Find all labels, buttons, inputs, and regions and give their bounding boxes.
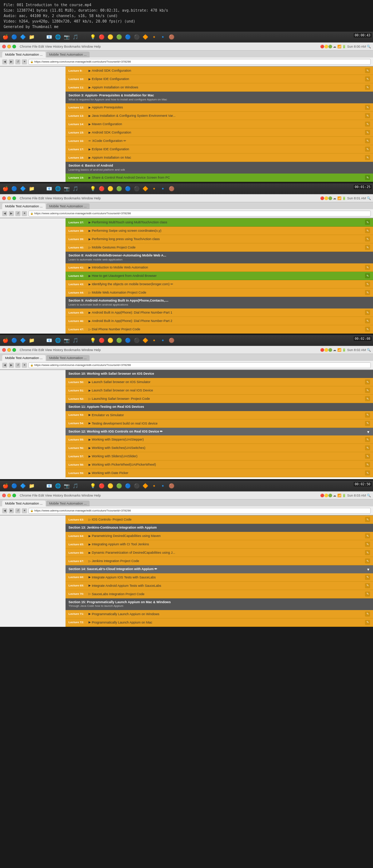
dock-app-icon[interactable]: 🌐 (54, 33, 62, 41)
dock-app-icon[interactable]: 📁 (28, 33, 36, 41)
dock-app-icon[interactable]: ⚙ (36, 482, 44, 490)
red-traffic-light[interactable] (2, 45, 6, 48)
lecture-row[interactable]: Lecture 69:▶ Integrate Android Appium Te… (66, 582, 373, 590)
dock-app-icon[interactable]: 🔷 (19, 337, 27, 345)
lecture-row[interactable]: Lecture 51:▶ Launch Safari browser on re… (66, 386, 373, 395)
dock-app-icon[interactable]: ⚙ (36, 33, 44, 41)
lecture-row[interactable]: Lecture 38:▶ Performing Swipe using scre… (66, 227, 373, 235)
dock-app-icon[interactable]: 🔶 (141, 185, 149, 193)
dock-app-icon[interactable]: 🍎 (1, 482, 9, 490)
dock-app-icon[interactable]: 📧 (45, 482, 53, 490)
lecture-row[interactable]: Lecture 71:▶ Programmatically Launch App… (66, 610, 373, 618)
dock-app-icon[interactable]: 📧 (45, 337, 53, 345)
lecture-edit-button[interactable]: ✎ (365, 105, 370, 110)
nav-button[interactable]: ↺ (15, 508, 20, 513)
dock-app-icon[interactable]: 🍎 (1, 337, 9, 345)
lecture-edit-button[interactable]: ✎ (365, 542, 370, 547)
dock-app-icon[interactable]: ⚫ (133, 185, 141, 193)
dock-app-icon[interactable]: 🔵 (124, 33, 132, 41)
dock-app-icon[interactable]: 🟡 (106, 337, 114, 345)
dock-app-icon[interactable]: 🟤 (168, 33, 176, 41)
lecture-edit-button[interactable]: ✎ (365, 413, 370, 418)
lecture-row[interactable]: Lecture 18:▶ Appium Installation on Mac✎ (66, 154, 373, 162)
dock-app-icon[interactable]: 🟡 (106, 185, 114, 193)
dock-app-icon[interactable]: 💡 (89, 337, 97, 345)
lecture-edit-button[interactable]: ✎ (365, 327, 370, 332)
dock-app-icon[interactable]: 💡 (89, 33, 97, 41)
lecture-row[interactable]: Lecture 58:▶ Working with PickerWheel(UA… (66, 461, 373, 469)
dock-app-icon[interactable]: 🔷 (19, 185, 27, 193)
collapse-indicator[interactable]: ▼ (366, 430, 370, 434)
red-traffic-light[interactable] (2, 348, 6, 352)
lecture-row[interactable]: Lecture 13:▶ Java Installation & Configu… (66, 112, 373, 120)
lecture-edit-button[interactable]: ✎ (365, 379, 370, 385)
lecture-edit-button[interactable]: ✎ (365, 592, 370, 597)
lecture-edit-button[interactable]: ✎ (365, 85, 370, 90)
lecture-edit-button[interactable]: ✎ (365, 462, 370, 467)
dock-app-icon[interactable]: ⚫ (133, 482, 141, 490)
lecture-edit-button[interactable]: ✎ (365, 130, 370, 135)
dock-app-icon[interactable]: 🖥 (80, 185, 88, 193)
nav-button[interactable]: ▶ (9, 211, 14, 216)
dock-app-icon[interactable]: 🔵 (124, 482, 132, 490)
lecture-edit-button[interactable]: ✎ (365, 318, 370, 323)
dock-app-icon[interactable]: ⚙ (36, 337, 44, 345)
nav-button[interactable]: ▶ (9, 508, 14, 513)
lecture-row[interactable]: Lecture 57:▶ Working with Sliders(UAISli… (66, 452, 373, 461)
lecture-edit-button[interactable]: ✎ (365, 612, 370, 617)
lecture-row[interactable]: Lecture 54:▶ Testing development build o… (66, 419, 373, 428)
lecture-row[interactable]: Lecture 16:✏ XCode Configuration ✏✎ (66, 137, 373, 145)
lecture-row[interactable]: Lecture 44:▷ Mobile Web Automation Proje… (66, 288, 373, 297)
lecture-row[interactable]: Lecture 19:▶ Share & Control Real Androi… (66, 174, 373, 182)
lecture-row[interactable]: Lecture 9:▶ Android SDK Configuration✎ (66, 67, 373, 75)
green-traffic-light[interactable] (12, 494, 16, 497)
nav-button[interactable]: ↺ (15, 59, 20, 64)
lecture-row[interactable]: Lecture 70:▷ SauceLabs Integration Proje… (66, 590, 373, 598)
lecture-edit-button[interactable]: ✎ (365, 138, 370, 143)
dock-app-icon[interactable]: 🟤 (168, 482, 176, 490)
dock-app-icon[interactable]: 📷 (63, 337, 71, 345)
dock-app-icon[interactable]: 🔴 (98, 185, 106, 193)
lecture-edit-button[interactable]: ✎ (365, 147, 370, 152)
lecture-row[interactable]: Lecture 15:▶ Android SDK Configuration✎ (66, 128, 373, 137)
dock-app-icon[interactable]: 📧 (45, 33, 53, 41)
dock-app-icon[interactable]: 🔹 (159, 33, 167, 41)
dock-app-icon[interactable]: 📷 (63, 185, 71, 193)
dock-app-icon[interactable]: 🔵 (124, 185, 132, 193)
nav-button[interactable]: ◀ (2, 363, 7, 368)
green-traffic-light[interactable] (12, 45, 16, 48)
lecture-edit-button[interactable]: ✎ (365, 273, 370, 278)
lecture-edit-button[interactable]: ✎ (365, 396, 370, 401)
lecture-row[interactable]: Lecture 39:▶ Performing long press using… (66, 235, 373, 243)
dock-app-icon[interactable]: 🔵 (10, 337, 18, 345)
dock-app-icon[interactable]: 🖥 (80, 337, 88, 345)
dock-app-icon[interactable]: 🔵 (10, 482, 18, 490)
lecture-row[interactable]: Lecture 59:▶ Working with Date Picker✎ (66, 469, 373, 477)
dock-app-icon[interactable]: 💡 (89, 482, 97, 490)
yellow-traffic-light[interactable] (7, 196, 11, 200)
lecture-row[interactable]: Lecture 65:▶ Integrating Appium with CI … (66, 540, 373, 549)
lecture-row[interactable]: Lecture 67:▷ Jenkins Integration Project… (66, 557, 373, 565)
lecture-edit-button[interactable]: ✎ (365, 517, 370, 522)
lecture-row[interactable]: Lecture 37:▶ Performing MultiTouch using… (66, 218, 373, 227)
dock-app-icon[interactable]: 🔵 (10, 33, 18, 41)
nav-button[interactable]: ◀ (2, 211, 7, 216)
dock-app-icon[interactable]: ⚫ (133, 33, 141, 41)
lecture-row[interactable]: Lecture 64:▶ Parametrizing DesiredCapabi… (66, 532, 373, 540)
dock-app-icon[interactable]: 🎵 (71, 33, 79, 41)
lecture-edit-button[interactable]: ✎ (365, 470, 370, 475)
dock-app-icon[interactable]: 🔶 (141, 33, 149, 41)
green-traffic-light[interactable] (12, 348, 16, 352)
dock-app-icon[interactable]: 🌐 (54, 482, 62, 490)
dock-app-icon[interactable]: 🟤 (168, 185, 176, 193)
dock-app-icon[interactable]: 🍎 (1, 185, 9, 193)
lecture-row[interactable]: Lecture 66:▶ Dynamic Parametrization of … (66, 549, 373, 557)
dock-app-icon[interactable]: 🟢 (115, 337, 123, 345)
dock-app-icon[interactable]: 🔵 (124, 337, 132, 345)
red-traffic-light[interactable] (2, 494, 6, 497)
dock-app-icon[interactable]: 🟢 (115, 185, 123, 193)
dock-app-icon[interactable]: 🔴 (98, 337, 106, 345)
dock-app-icon[interactable]: 🟢 (115, 33, 123, 41)
dock-app-icon[interactable]: 💡 (89, 185, 97, 193)
dock-app-icon[interactable]: 🌐 (54, 337, 62, 345)
